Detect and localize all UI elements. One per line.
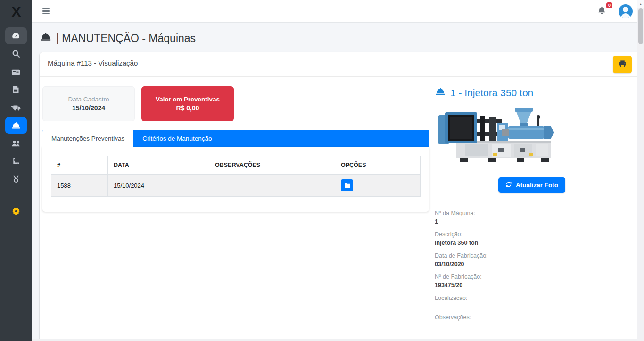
table-header-id: # xyxy=(51,156,108,175)
valor-preventivas-value: R$ 0,00 xyxy=(176,104,199,112)
machine-title: 1 - Injetora 350 ton xyxy=(435,86,629,99)
sidebar-item-search[interactable] xyxy=(5,45,27,62)
machine-photo xyxy=(437,105,560,164)
row-options-cell xyxy=(335,175,421,197)
breadcrumb: Máquina #113 - Visualização xyxy=(48,59,138,67)
hamburger-menu-button[interactable] xyxy=(41,6,50,17)
topbar-right: 0 xyxy=(597,4,633,18)
brand-logo[interactable]: X xyxy=(0,0,32,24)
file-invoice-icon xyxy=(12,85,20,94)
notifications-button[interactable]: 0 xyxy=(597,6,606,17)
bell-icon xyxy=(597,8,606,16)
topbar: 0 xyxy=(32,0,644,23)
scroll-up-arrow-icon[interactable]: ▲ xyxy=(637,0,644,8)
avatar-person-icon xyxy=(623,7,628,12)
data-cadastro-box: Data Cadastro 15/10/2024 xyxy=(42,86,135,121)
page-title-text: | MANUTENÇÃO - Máquinas xyxy=(56,32,196,45)
main-area: 0 | MANUTENÇÃO - Máquinas Máquina #113 -… xyxy=(32,0,644,341)
tab-criterios-de-manutencao[interactable]: Critérios de Manutenção xyxy=(133,130,221,147)
table-header-opcoes: OPÇÕES xyxy=(335,156,421,175)
hard-hat-icon xyxy=(40,31,51,45)
hard-hat-icon xyxy=(11,121,21,130)
right-column: 1 - Injetora 350 ton xyxy=(429,86,635,333)
open-folder-button[interactable] xyxy=(341,179,353,191)
valor-preventivas-label: Valor em Preventivas xyxy=(156,96,220,103)
tabs-bar: Manutenções Preventivas Critérios de Man… xyxy=(42,130,429,147)
app-window: X xyxy=(0,0,644,341)
gear-icon xyxy=(12,207,20,216)
machine-fields: Nº da Máquina: 1 Descrição: Injetora 350… xyxy=(435,210,629,327)
left-column: Data Cadastro 15/10/2024 Valor em Preven… xyxy=(42,86,429,333)
sync-icon xyxy=(505,181,512,189)
update-photo-label: Atualizar Foto xyxy=(516,182,558,189)
row-id-cell: 1588 xyxy=(51,175,108,197)
printer-icon xyxy=(619,60,627,69)
dashboard-gauge-icon xyxy=(11,32,20,41)
card-body: Data Cadastro 15/10/2024 Valor em Preven… xyxy=(40,77,641,333)
field-descricao: Descrição: Injetora 350 ton xyxy=(435,231,629,246)
sidebar-item-maintenance[interactable] xyxy=(5,117,27,134)
ruler-icon xyxy=(12,158,20,166)
table-header-observacoes: OBSERVAÇÕES xyxy=(209,156,335,175)
divider xyxy=(435,169,629,169)
notification-count-badge: 0 xyxy=(606,2,612,8)
field-localizacao: Localizacao: xyxy=(435,295,629,308)
row-date-cell: 15/10/2024 xyxy=(108,175,209,197)
table-header-data: DATA xyxy=(108,156,209,175)
sidebar-item-medal[interactable] xyxy=(5,171,27,188)
field-numero-maquina: Nº da Máquina: 1 xyxy=(435,210,629,225)
sidebar-item-card[interactable] xyxy=(5,63,27,80)
sidebar-item-truck[interactable] xyxy=(5,99,27,116)
print-button[interactable] xyxy=(613,56,632,73)
summary-row: Data Cadastro 15/10/2024 Valor em Preven… xyxy=(42,86,429,121)
table-row: 1588 15/10/2024 xyxy=(51,175,421,197)
machine-title-text: 1 - Injetora 350 ton xyxy=(450,87,533,99)
field-numero-fabricacao: Nº de Fabricação: 193475/20 xyxy=(435,274,629,289)
data-cadastro-label: Data Cadastro xyxy=(68,96,109,103)
sidebar-item-users[interactable] xyxy=(5,135,27,152)
field-observacoes: Observações: xyxy=(435,314,629,327)
tab-manutencoes-preventivas[interactable]: Manutenções Preventivas xyxy=(42,130,133,147)
hard-hat-icon xyxy=(435,86,446,99)
card-header: Máquina #113 - Visualização xyxy=(40,52,641,77)
sidebar-item-dashboard[interactable] xyxy=(5,27,27,44)
divider xyxy=(435,201,629,201)
horizontal-scrollbar-track[interactable] xyxy=(32,339,637,341)
valor-preventivas-box: Valor em Preventivas R$ 0,00 xyxy=(141,86,234,121)
row-obs-cell xyxy=(209,175,335,197)
users-icon xyxy=(11,139,21,148)
folder-icon xyxy=(344,182,350,189)
search-icon xyxy=(12,50,20,58)
update-photo-button[interactable]: Atualizar Foto xyxy=(498,177,565,193)
machine-view-card: Máquina #113 - Visualização Data Cadastr… xyxy=(40,52,641,341)
preventivas-table: # DATA OBSERVAÇÕES OPÇÕES 1588 xyxy=(51,156,421,197)
medal-icon xyxy=(12,175,20,183)
tab-content: # DATA OBSERVAÇÕES OPÇÕES 1588 xyxy=(42,147,429,212)
sidebar-item-ruler[interactable] xyxy=(5,153,27,170)
scrollbar-thumb[interactable] xyxy=(638,8,643,44)
id-card-icon xyxy=(11,67,20,76)
user-avatar[interactable] xyxy=(619,4,633,18)
data-cadastro-value: 15/10/2024 xyxy=(72,104,105,112)
sidebar-nav xyxy=(0,24,32,221)
truck-fast-icon xyxy=(11,104,21,112)
content-area: | MANUTENÇÃO - Máquinas Máquina #113 - V… xyxy=(32,23,644,341)
sidebar: X xyxy=(0,0,32,341)
sidebar-item-settings[interactable] xyxy=(5,203,27,220)
sidebar-item-documents[interactable] xyxy=(5,81,27,98)
page-title: | MANUTENÇÃO - Máquinas xyxy=(40,31,641,45)
field-data-fabricacao: Data de Fabricação: 03/10/2020 xyxy=(435,252,629,267)
vertical-scrollbar[interactable]: ▲ xyxy=(637,0,644,341)
